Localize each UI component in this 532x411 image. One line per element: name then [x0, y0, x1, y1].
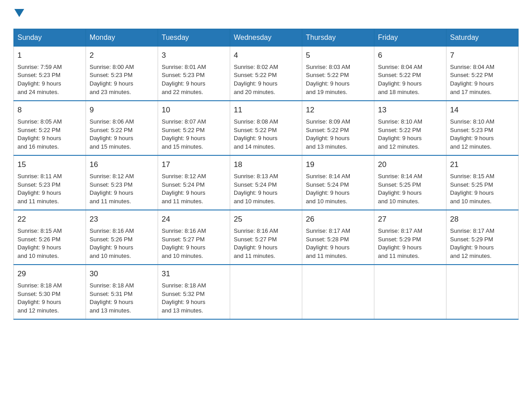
day-cell: 26 Sunrise: 8:17 AMSunset: 5:28 PMDaylig… [302, 210, 374, 265]
week-row-2: 8 Sunrise: 8:05 AMSunset: 5:22 PMDayligh… [14, 101, 519, 155]
day-info: Sunrise: 8:06 AMSunset: 5:22 PMDaylight:… [90, 118, 134, 150]
day-number: 9 [90, 105, 154, 116]
day-number: 14 [450, 105, 515, 116]
day-cell: 25 Sunrise: 8:16 AMSunset: 5:27 PMDaylig… [230, 210, 302, 265]
day-number: 28 [450, 214, 515, 225]
week-row-5: 29 Sunrise: 8:18 AMSunset: 5:30 PMDaylig… [14, 265, 519, 319]
day-number: 1 [17, 50, 82, 61]
day-cell: 15 Sunrise: 8:11 AMSunset: 5:23 PMDaylig… [14, 155, 86, 210]
day-cell [446, 265, 519, 319]
logo [13, 9, 24, 20]
day-cell: 11 Sunrise: 8:08 AMSunset: 5:22 PMDaylig… [230, 101, 302, 155]
week-row-3: 15 Sunrise: 8:11 AMSunset: 5:23 PMDaylig… [14, 155, 519, 210]
day-info: Sunrise: 8:01 AMSunset: 5:23 PMDaylight:… [162, 64, 206, 96]
day-number: 19 [306, 159, 370, 171]
day-info: Sunrise: 8:09 AMSunset: 5:22 PMDaylight:… [306, 118, 350, 150]
day-info: Sunrise: 8:02 AMSunset: 5:22 PMDaylight:… [234, 64, 278, 96]
header-cell-tuesday: Tuesday [158, 29, 230, 47]
day-number: 17 [162, 159, 226, 171]
day-number: 7 [450, 50, 515, 61]
day-info: Sunrise: 8:13 AMSunset: 5:24 PMDaylight:… [234, 173, 278, 205]
day-info: Sunrise: 8:15 AMSunset: 5:26 PMDaylight:… [17, 227, 62, 260]
day-cell: 30 Sunrise: 8:18 AMSunset: 5:31 PMDaylig… [86, 265, 158, 319]
day-cell: 12 Sunrise: 8:09 AMSunset: 5:22 PMDaylig… [302, 101, 374, 155]
day-info: Sunrise: 8:11 AMSunset: 5:23 PMDaylight:… [17, 173, 62, 205]
day-info: Sunrise: 8:12 AMSunset: 5:23 PMDaylight:… [90, 173, 134, 205]
day-info: Sunrise: 8:05 AMSunset: 5:22 PMDaylight:… [17, 118, 62, 150]
day-cell [230, 265, 302, 319]
day-number: 30 [90, 269, 154, 280]
day-info: Sunrise: 8:16 AMSunset: 5:27 PMDaylight:… [162, 227, 206, 260]
calendar-body: 1 Sunrise: 7:59 AMSunset: 5:23 PMDayligh… [14, 47, 519, 320]
day-cell: 16 Sunrise: 8:12 AMSunset: 5:23 PMDaylig… [86, 155, 158, 210]
day-cell: 5 Sunrise: 8:03 AMSunset: 5:22 PMDayligh… [302, 47, 374, 101]
day-cell: 2 Sunrise: 8:00 AMSunset: 5:23 PMDayligh… [86, 47, 158, 101]
day-number: 29 [17, 269, 82, 280]
day-number: 16 [90, 159, 154, 171]
day-info: Sunrise: 8:10 AMSunset: 5:23 PMDaylight:… [450, 118, 494, 150]
day-number: 5 [306, 50, 370, 61]
calendar-header: SundayMondayTuesdayWednesdayThursdayFrid… [14, 29, 519, 47]
day-cell: 22 Sunrise: 8:15 AMSunset: 5:26 PMDaylig… [14, 210, 86, 265]
day-info: Sunrise: 8:15 AMSunset: 5:25 PMDaylight:… [450, 173, 494, 205]
header-cell-saturday: Saturday [446, 29, 519, 47]
day-number: 31 [162, 269, 226, 280]
day-number: 27 [378, 214, 442, 225]
day-cell: 14 Sunrise: 8:10 AMSunset: 5:23 PMDaylig… [446, 101, 519, 155]
day-info: Sunrise: 8:10 AMSunset: 5:22 PMDaylight:… [378, 118, 422, 150]
day-number: 8 [17, 105, 82, 116]
day-cell [302, 265, 374, 319]
day-info: Sunrise: 7:59 AMSunset: 5:23 PMDaylight:… [17, 64, 62, 96]
day-cell: 7 Sunrise: 8:04 AMSunset: 5:22 PMDayligh… [446, 47, 519, 101]
day-number: 20 [378, 159, 442, 171]
day-info: Sunrise: 8:17 AMSunset: 5:28 PMDaylight:… [306, 227, 350, 260]
day-number: 18 [234, 159, 298, 171]
day-cell: 21 Sunrise: 8:15 AMSunset: 5:25 PMDaylig… [446, 155, 519, 210]
day-info: Sunrise: 8:14 AMSunset: 5:24 PMDaylight:… [306, 173, 350, 205]
day-info: Sunrise: 8:18 AMSunset: 5:31 PMDaylight:… [90, 282, 134, 314]
header-cell-friday: Friday [374, 29, 446, 47]
day-number: 22 [17, 214, 82, 225]
page-header [13, 9, 519, 20]
day-info: Sunrise: 8:03 AMSunset: 5:22 PMDaylight:… [306, 64, 350, 96]
day-number: 26 [306, 214, 370, 225]
day-number: 3 [162, 50, 226, 61]
day-cell: 9 Sunrise: 8:06 AMSunset: 5:22 PMDayligh… [86, 101, 158, 155]
day-cell: 10 Sunrise: 8:07 AMSunset: 5:22 PMDaylig… [158, 101, 230, 155]
day-info: Sunrise: 8:17 AMSunset: 5:29 PMDaylight:… [378, 227, 422, 260]
header-cell-thursday: Thursday [302, 29, 374, 47]
day-info: Sunrise: 8:14 AMSunset: 5:25 PMDaylight:… [378, 173, 422, 205]
day-cell: 8 Sunrise: 8:05 AMSunset: 5:22 PMDayligh… [14, 101, 86, 155]
week-row-1: 1 Sunrise: 7:59 AMSunset: 5:23 PMDayligh… [14, 47, 519, 101]
day-number: 2 [90, 50, 154, 61]
day-number: 13 [378, 105, 442, 116]
week-row-4: 22 Sunrise: 8:15 AMSunset: 5:26 PMDaylig… [14, 210, 519, 265]
logo-arrow-icon [14, 9, 24, 21]
day-cell: 4 Sunrise: 8:02 AMSunset: 5:22 PMDayligh… [230, 47, 302, 101]
day-info: Sunrise: 8:04 AMSunset: 5:22 PMDaylight:… [378, 64, 422, 96]
day-number: 10 [162, 105, 226, 116]
day-info: Sunrise: 8:18 AMSunset: 5:32 PMDaylight:… [162, 282, 206, 314]
header-row: SundayMondayTuesdayWednesdayThursdayFrid… [14, 29, 519, 47]
day-cell: 23 Sunrise: 8:16 AMSunset: 5:26 PMDaylig… [86, 210, 158, 265]
header-cell-monday: Monday [86, 29, 158, 47]
calendar-table: SundayMondayTuesdayWednesdayThursdayFrid… [13, 29, 519, 320]
day-cell: 31 Sunrise: 8:18 AMSunset: 5:32 PMDaylig… [158, 265, 230, 319]
day-info: Sunrise: 8:18 AMSunset: 5:30 PMDaylight:… [17, 282, 62, 314]
day-cell: 17 Sunrise: 8:12 AMSunset: 5:24 PMDaylig… [158, 155, 230, 210]
day-number: 21 [450, 159, 515, 171]
day-number: 11 [234, 105, 298, 116]
day-info: Sunrise: 8:04 AMSunset: 5:22 PMDaylight:… [450, 64, 494, 96]
day-cell: 29 Sunrise: 8:18 AMSunset: 5:30 PMDaylig… [14, 265, 86, 319]
svg-marker-0 [14, 9, 24, 17]
day-number: 15 [17, 159, 82, 171]
day-cell: 3 Sunrise: 8:01 AMSunset: 5:23 PMDayligh… [158, 47, 230, 101]
day-cell: 24 Sunrise: 8:16 AMSunset: 5:27 PMDaylig… [158, 210, 230, 265]
header-cell-wednesday: Wednesday [230, 29, 302, 47]
day-cell: 20 Sunrise: 8:14 AMSunset: 5:25 PMDaylig… [374, 155, 446, 210]
header-cell-sunday: Sunday [14, 29, 86, 47]
day-cell: 18 Sunrise: 8:13 AMSunset: 5:24 PMDaylig… [230, 155, 302, 210]
day-info: Sunrise: 8:00 AMSunset: 5:23 PMDaylight:… [90, 64, 134, 96]
day-info: Sunrise: 8:08 AMSunset: 5:22 PMDaylight:… [234, 118, 278, 150]
day-number: 6 [378, 50, 442, 61]
